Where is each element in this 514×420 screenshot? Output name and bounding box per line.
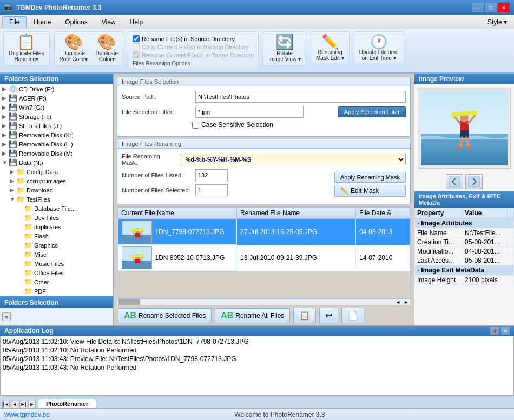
update-filetime-button[interactable]: 🕐 Update FileTimeon Exif Time ▾: [357, 33, 401, 63]
menu-help[interactable]: Help: [123, 16, 150, 28]
tree-expand-icon[interactable]: ▶: [2, 104, 9, 110]
renaming-mask-edit-button[interactable]: ✏️ RenamingMask Edit ▾: [313, 33, 347, 63]
tree-item[interactable]: ▼💾Data (N:): [0, 158, 113, 167]
checkbox-rename-target[interactable]: Rename Current File(s) in Target Directo…: [133, 51, 254, 58]
tree-expand-icon[interactable]: ▶: [2, 141, 9, 147]
tree-item[interactable]: ▶💾Storage (H:): [0, 112, 113, 121]
copy-button[interactable]: 📋: [293, 308, 316, 323]
section-collapse-icon[interactable]: ▪: [417, 266, 419, 274]
export-button[interactable]: 📄: [341, 308, 364, 323]
tree-expand-icon[interactable]: ▶: [2, 114, 9, 119]
file-list-container[interactable]: Current File Name Renamed File Name File…: [117, 206, 411, 299]
nav-prev[interactable]: ◄: [11, 401, 18, 408]
duplicate-files-button[interactable]: 📋 Duplicate FilesHandling▾: [6, 33, 47, 64]
menu-view[interactable]: View: [95, 16, 123, 28]
minimize-button[interactable]: ─: [472, 3, 484, 12]
nav-next[interactable]: ►|: [19, 401, 27, 408]
apply-filter-button[interactable]: Apply Selection Filter: [338, 106, 406, 117]
tree-folder-icon: 💾: [9, 149, 17, 157]
tree-expand-icon[interactable]: ▶: [2, 95, 9, 101]
filter-input[interactable]: [195, 106, 304, 118]
checkbox-rename-source[interactable]: Rename File(s) in Source Directory: [133, 35, 254, 42]
tree-item[interactable]: 📁Music Files: [0, 259, 113, 268]
files-selected-row: Number of Files Selected:: [122, 184, 330, 196]
case-sensitive-checkbox[interactable]: Case Sensitive Selection: [192, 121, 273, 129]
tree-expand-icon[interactable]: ▼: [2, 159, 9, 165]
nav-first[interactable]: |◄: [2, 401, 10, 408]
tree-item[interactable]: ▶📁corrupt images: [0, 176, 113, 185]
expand-sidebar-button[interactable]: »: [2, 312, 11, 321]
tree-item[interactable]: ▶📁Config Data: [0, 167, 113, 176]
tab-photorenamer[interactable]: PhotoRenamer: [38, 399, 96, 408]
menu-style[interactable]: Style ▾: [480, 16, 514, 28]
tree-item[interactable]: ▶💾ACER (F:): [0, 94, 113, 103]
tree-folder-icon: 💾: [9, 94, 17, 102]
tree-item[interactable]: ▶💾Removable Disk (K:): [0, 130, 113, 139]
tree-item[interactable]: ▼📁TestFiles: [0, 195, 113, 204]
checkbox-copy-backup[interactable]: Copy Current File(s) in Backup Directory: [133, 43, 254, 50]
tree-expand-icon[interactable]: ▶: [2, 150, 9, 156]
svg-rect-3: [135, 233, 140, 237]
applog-content[interactable]: 05/Aug/2013 11:02:10: View File Details:…: [0, 336, 514, 395]
edit-mask-button[interactable]: ✏️ Edit Mask: [334, 185, 406, 197]
tree-expand-icon[interactable]: ▶: [10, 178, 16, 184]
website-link[interactable]: www.tgmdev.be: [4, 411, 50, 418]
folder-tree[interactable]: ▶💿CD Drive (E:)▶💾ACER (F:)▶💾Win7 (G:)▶💾S…: [0, 84, 113, 297]
preview-next-button[interactable]: [465, 174, 483, 189]
maximize-button[interactable]: □: [485, 3, 497, 12]
tree-expand-icon[interactable]: ▶: [10, 187, 16, 193]
tree-item[interactable]: ▶💾Removable Disk (M:: [0, 149, 113, 158]
tree-item[interactable]: 📁Graphics: [0, 241, 113, 250]
tree-folder-icon: 💾: [9, 112, 17, 121]
source-path-input[interactable]: [195, 91, 406, 103]
mask-dropdown[interactable]: %d-%b-%Y-%H-%M-%S: [181, 154, 406, 165]
preview-prev-button[interactable]: [446, 174, 463, 189]
rename-selected-button[interactable]: AB Rename Selected Files: [118, 308, 212, 323]
tree-item[interactable]: 📁Database File...: [0, 204, 113, 213]
files-selected-input[interactable]: [195, 184, 228, 196]
hscroll-left[interactable]: ◄: [394, 299, 402, 305]
rotate-image-view-button[interactable]: 🔄 RotateImage View ▾: [266, 33, 304, 64]
tree-item[interactable]: ▶💾SF TestFiles (J:): [0, 121, 113, 130]
tree-item[interactable]: 📁Misc: [0, 250, 113, 259]
tree-folder-icon: 📁: [16, 186, 25, 194]
table-row[interactable]: 1DN 8052-10-0713.JPG13-Jul-2010-09-21-39…: [118, 245, 410, 271]
tree-item[interactable]: ▶💾Win7 (G:): [0, 103, 113, 112]
nav-last[interactable]: ►: [28, 401, 36, 408]
menu-file[interactable]: File: [2, 16, 27, 28]
tree-item[interactable]: 📁PDF: [0, 286, 113, 296]
section-collapse-icon[interactable]: ▪: [417, 219, 419, 227]
tree-expand-icon[interactable]: ▼: [10, 196, 16, 202]
tree-expand-icon[interactable]: ▶: [2, 123, 9, 129]
tree-expand-icon[interactable]: ▶: [2, 132, 9, 138]
menu-options[interactable]: Options: [58, 16, 94, 28]
hscroll-right[interactable]: ►: [402, 299, 410, 305]
renamed-filename: 13-Jul-2010-09-21-39.JPG: [237, 245, 356, 271]
tree-item[interactable]: 📁Other: [0, 277, 113, 286]
rename-all-button[interactable]: AB Rename All Files: [215, 308, 290, 323]
undo-button[interactable]: ↩: [319, 308, 338, 323]
tree-item[interactable]: ▶💾Removable Disk (L:): [0, 139, 113, 149]
tree-item[interactable]: ▶📁Download: [0, 185, 113, 195]
log-close-button[interactable]: ✕: [501, 327, 510, 335]
hscrollbar[interactable]: ◄ ►: [117, 299, 411, 305]
table-row[interactable]: 1DN_7798-072713.JPG27-Jul-2013-16-25-05.…: [118, 219, 410, 245]
tree-item[interactable]: 📁duplicates: [0, 222, 113, 231]
svg-rect-26: [449, 177, 460, 186]
tree-expand-icon[interactable]: ▶: [2, 86, 9, 92]
main-row: Folders Selection ▶💿CD Drive (E:)▶💾ACER …: [0, 74, 514, 325]
log-pin-button[interactable]: 📌: [490, 327, 499, 335]
duplicate-root-color-button[interactable]: 🎨 DuplicateRoot Color▾: [57, 33, 91, 64]
tree-item[interactable]: ▶💿CD Drive (E:): [0, 84, 113, 94]
case-sensitive-label: Case Sensitive Selection: [201, 121, 273, 129]
files-listed-input[interactable]: [195, 169, 228, 181]
tree-item[interactable]: 📁Office Files: [0, 268, 113, 277]
tree-item[interactable]: 📁Dev Files: [0, 213, 113, 222]
tree-item[interactable]: 📁Flash: [0, 231, 113, 241]
close-button[interactable]: ✕: [498, 3, 510, 12]
duplicate-color-button[interactable]: 🎨 DuplicateColor▾: [93, 33, 121, 64]
tree-expand-icon[interactable]: ▶: [10, 169, 16, 175]
menu-home[interactable]: Home: [27, 16, 58, 28]
duplicate-root-color-icon: 🎨: [64, 35, 83, 50]
apply-renaming-mask-button[interactable]: Apply Renaming Mask: [334, 172, 406, 183]
